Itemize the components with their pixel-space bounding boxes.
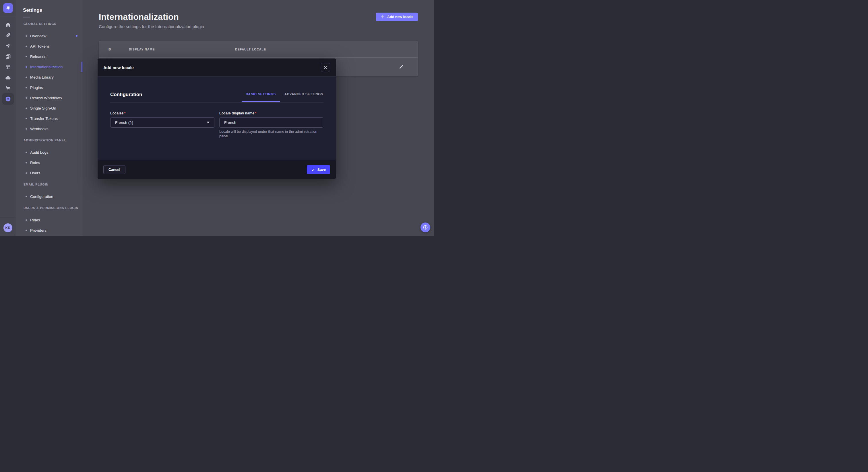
nav-section-global-settings: GLOBAL SETTINGS [16,21,82,27]
home-icon[interactable] [0,20,16,30]
sidebar-item-single-sign-on[interactable]: Single Sign-On [16,103,82,113]
sidebar-item-label: Plugins [30,86,43,90]
sidebar-item-internationalization[interactable]: Internationalization [16,62,82,72]
page-subtitle: Configure the settings for the Internati… [99,24,204,29]
save-label: Save [317,168,326,172]
settings-nav: GLOBAL SETTINGSOverviewAPI TokensRelease… [16,21,82,235]
check-icon [311,168,315,172]
nav-section-administration-panel: ADMINISTRATION PANEL [16,137,82,143]
sidebar-title-divider [23,17,30,18]
tab-advanced-settings[interactable]: ADVANCED SETTINGS [284,92,323,102]
sidebar-item-label: Roles [30,161,40,165]
close-icon [324,66,328,69]
table-header-divider [99,57,417,58]
sidebar-item-overview[interactable]: Overview [16,31,82,41]
modal-footer: Cancel Save [98,160,336,179]
sidebar-item-media-library[interactable]: Media Library [16,72,82,82]
column-header-display-name: DISPLAY NAME [129,41,155,57]
sidebar-item-users[interactable]: Users [16,168,82,178]
sidebar-item-label: Roles [30,218,40,222]
sidebar-item-label: Configuration [30,194,53,199]
sidebar-item-webhooks[interactable]: Webhooks [16,124,82,134]
sidebar-item-roles[interactable]: Roles [16,158,82,168]
tabs-divider [110,102,323,103]
content-feather-icon[interactable] [0,30,16,40]
bullet-icon [26,76,27,78]
sidebar-item-label: Audit Logs [30,150,49,155]
nav-section-email-plugin: EMAIL PLUGIN [16,181,82,187]
rail-divider [0,16,16,16]
tab-basic-settings[interactable]: BASIC SETTINGS [242,92,280,102]
close-modal-button[interactable] [321,63,330,72]
sidebar-item-label: Overview [30,34,46,38]
column-header-id: ID [107,41,112,57]
display-name-input[interactable] [219,117,323,128]
sidebar-item-label: Releases [30,55,46,59]
chevron-down-icon [207,122,210,123]
page-title: Internationalization [99,12,179,22]
content-type-layout-icon[interactable] [0,62,16,72]
sidebar-item-plugins[interactable]: Plugins [16,82,82,93]
active-indicator [82,62,82,72]
sidebar-item-label: Users [30,171,40,175]
bullet-icon [26,196,27,197]
settings-gear-icon[interactable] [2,93,14,105]
notification-dot [76,35,78,37]
sidebar-item-label: Internationalization [30,65,63,69]
configuration-heading: Configuration [110,92,142,98]
add-new-locale-label: Add new locale [387,15,413,19]
sidebar-item-label: Providers [30,228,46,233]
bullet-icon [26,35,27,37]
bullet-icon [26,45,27,47]
add-new-locale-button[interactable]: Add new locale [376,12,418,21]
locales-select[interactable]: French (fr) [110,117,214,128]
sidebar-item-api-tokens[interactable]: API Tokens [16,41,82,51]
bullet-icon [26,230,27,231]
modal-tabs: BASIC SETTINGS ADVANCED SETTINGS [242,92,323,102]
sidebar-item-providers[interactable]: Providers [16,225,82,235]
save-button[interactable]: Save [307,165,330,174]
sidebar-item-label: Media Library [30,75,54,79]
bullet-icon [26,66,27,68]
modal-body: Configuration BASIC SETTINGS ADVANCED SE… [98,76,336,160]
sidebar-item-label: API Tokens [30,44,50,48]
icon-rail: KD [0,0,16,236]
sidebar-item-roles[interactable]: Roles [16,215,82,225]
marketplace-cart-icon[interactable] [0,83,16,93]
bullet-icon [26,162,27,164]
send-plane-icon[interactable] [0,41,16,51]
sidebar-item-configuration[interactable]: Configuration [16,191,82,202]
cancel-button[interactable]: Cancel [103,165,125,174]
modal-title: Add new locale [103,59,134,76]
sidebar-item-releases[interactable]: Releases [16,51,82,62]
bullet-icon [26,107,27,109]
bullet-icon [26,152,27,153]
bullet-icon [26,220,27,221]
add-locale-modal: Add new locale Configuration BASIC SETTI… [98,59,336,179]
user-avatar[interactable]: KD [3,224,12,232]
display-name-hint: Locale will be displayed under that name… [219,129,321,139]
sidebar-item-label: Review Workflows [30,96,62,100]
strapi-logo[interactable] [3,3,13,13]
sidebar-item-review-workflows[interactable]: Review Workflows [16,93,82,103]
strapi-logo-icon [5,5,11,11]
media-images-icon[interactable] [0,52,16,61]
help-button[interactable] [421,223,430,232]
sidebar-title: Settings [16,7,82,13]
sidebar-item-audit-logs[interactable]: Audit Logs [16,147,82,158]
rail-bottom-divider [0,217,16,217]
locales-field-label: Locales* [110,111,125,115]
bullet-icon [26,128,27,130]
app-screen: KD Settings GLOBAL SETTINGSOverviewAPI T… [0,0,434,236]
cloud-icon[interactable] [0,73,16,82]
pencil-icon [399,65,404,69]
question-mark-icon [423,225,428,230]
bullet-icon [26,56,27,57]
modal-header: Add new locale [98,59,336,76]
required-asterisk: * [124,111,126,115]
table-header-row: ID DISPLAY NAME DEFAULT LOCALE [99,41,417,57]
settings-sidebar: Settings GLOBAL SETTINGSOverviewAPI Toke… [16,0,82,236]
edit-locale-button[interactable] [398,63,405,71]
column-header-default-locale: DEFAULT LOCALE [235,41,266,57]
sidebar-item-transfer-tokens[interactable]: Transfer Tokens [16,113,82,124]
